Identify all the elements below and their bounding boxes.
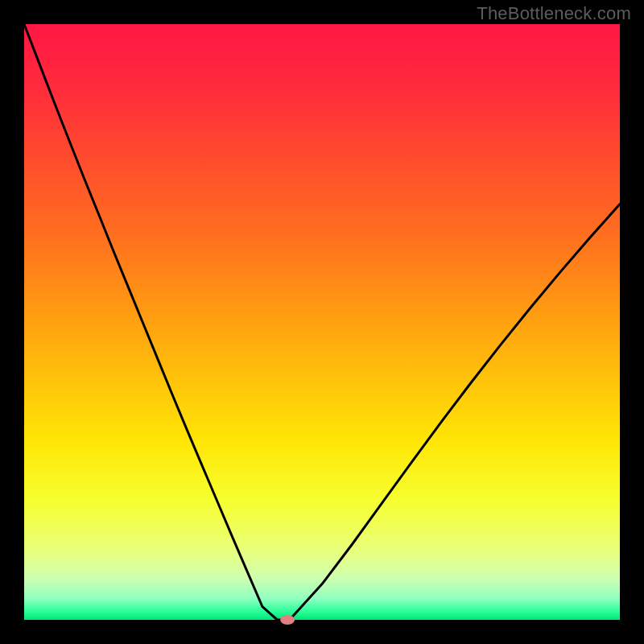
optimal-point-marker: [280, 615, 295, 625]
chart-container: TheBottleneck.com: [0, 0, 644, 644]
watermark-text: TheBottleneck.com: [477, 3, 631, 24]
plot-background: [24, 24, 620, 620]
bottleneck-chart: [0, 0, 644, 644]
